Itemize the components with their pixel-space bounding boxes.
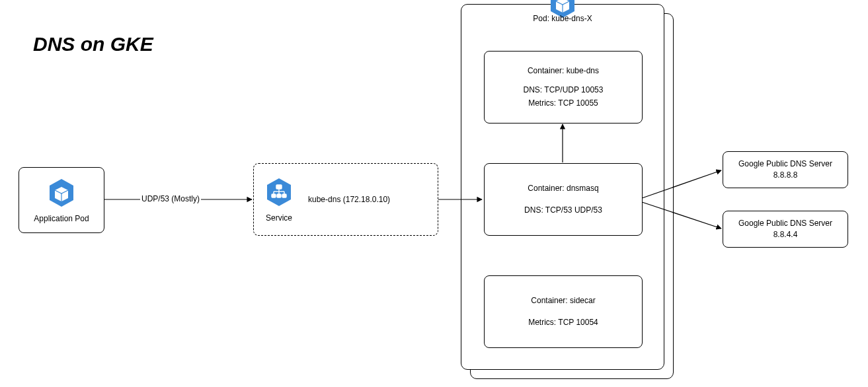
google-dns-2-ip: 8.8.4.4 (773, 229, 798, 240)
diagram-title: DNS on GKE (33, 33, 153, 55)
container-dnsmasq: Container: dnsmasq DNS: TCP/53 UDP/53 (484, 163, 643, 236)
google-dns-1-title: Google Public DNS Server (738, 158, 832, 170)
sidecar-title: Container: sidecar (531, 295, 595, 307)
kube-dns-line1: DNS: TCP/UDP 10053 (524, 84, 604, 96)
svg-rect-4 (276, 185, 282, 189)
google-dns-2-title: Google Public DNS Server (738, 218, 832, 229)
service-label: Service (266, 213, 292, 223)
service-node: Service kube-dns (172.18.0.10) (253, 163, 438, 236)
pod-label-text: Pod: kube-dns-X (533, 14, 592, 23)
dnsmasq-line1: DNS: TCP/53 UDP/53 (524, 204, 602, 217)
kube-dns-line2: Metrics: TCP 10055 (528, 97, 598, 110)
svg-rect-11 (277, 194, 281, 197)
google-dns-1-ip: 8.8.8.8 (773, 170, 798, 181)
pod-kube-dns-x: Pod: kube-dns-X Container: kube-dns DNS:… (461, 4, 664, 370)
svg-rect-12 (282, 194, 286, 197)
dnsmasq-title: Container: dnsmasq (528, 182, 598, 195)
service-detail: kube-dns (172.18.0.10) (308, 195, 390, 204)
application-pod-label: Application Pod (34, 214, 89, 223)
application-pod-node: Application Pod (19, 167, 104, 233)
container-kube-dns: Container: kube-dns DNS: TCP/UDP 10053 M… (484, 51, 643, 123)
google-dns-2: Google Public DNS Server 8.8.4.4 (723, 211, 848, 248)
edge-label-app-to-service: UDP/53 (Mostly) (140, 194, 201, 203)
google-dns-1: Google Public DNS Server 8.8.8.8 (723, 151, 848, 188)
svg-rect-10 (272, 194, 276, 197)
kube-dns-title: Container: kube-dns (528, 65, 599, 77)
sidecar-line1: Metrics: TCP 10054 (528, 316, 598, 329)
cube-icon (48, 178, 75, 210)
container-sidecar: Container: sidecar Metrics: TCP 10054 (484, 275, 643, 348)
pod-label: Pod: kube-dns-X (461, 14, 664, 23)
load-balancer-icon (266, 177, 292, 209)
